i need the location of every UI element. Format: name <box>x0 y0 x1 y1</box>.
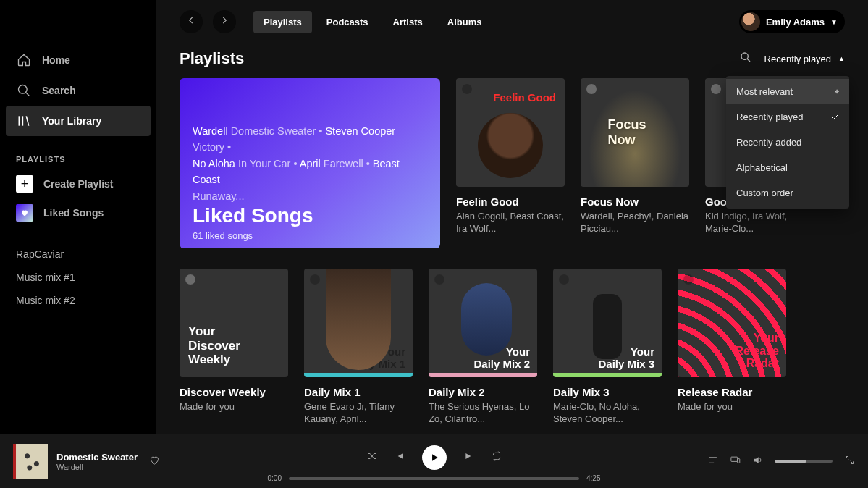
sidebar-playlist[interactable]: Music mix #1 <box>6 266 151 289</box>
volume-button[interactable] <box>752 455 763 468</box>
playlist-card-daily-mix-1[interactable]: Your Daily Mix 1 Daily Mix 1 Gene Evaro … <box>304 269 413 426</box>
sidebar-playlist[interactable]: Music mix #2 <box>6 289 151 312</box>
playlist-art: Focus Now <box>581 78 689 187</box>
user-menu[interactable]: Emily Adams ▼ <box>739 10 845 33</box>
card-title: Release Radar <box>678 386 786 398</box>
playlist-art: Your Release Radar <box>678 269 786 377</box>
search-button[interactable] <box>740 51 751 66</box>
nav-home[interactable]: Home <box>6 45 151 75</box>
sort-option-custom-order[interactable]: Custom order <box>726 180 849 206</box>
shuffle-button[interactable] <box>367 451 377 464</box>
divider <box>16 235 140 235</box>
card-title: Feelin Good <box>456 195 565 208</box>
devices-icon <box>730 455 741 466</box>
card-title: Discover Weekly <box>180 386 288 398</box>
playlist-art: Your Daily Mix 1 <box>304 269 413 377</box>
art-label: Your Discover Weekly <box>188 324 240 367</box>
tab-albums[interactable]: Albums <box>437 11 492 33</box>
spotify-icon <box>434 274 444 285</box>
now-playing-artist[interactable]: Wardell <box>56 463 138 471</box>
playlist-art: Your Discover Weekly <box>180 269 288 377</box>
playlist-card-discover-weekly[interactable]: Your Discover Weekly Discover Weekly Mad… <box>180 269 288 426</box>
liked-songs-hero[interactable]: Wardell Domestic Sweater • Steven Cooper… <box>180 78 440 248</box>
playlist-card-focus-now[interactable]: Focus Now Focus Now Wardell, Peachy!, Da… <box>581 78 689 248</box>
duration-time: 4:25 <box>586 474 600 482</box>
svg-line-1 <box>26 93 30 96</box>
next-button[interactable] <box>464 451 474 464</box>
sidebar-playlist[interactable]: RapCaviar <box>6 243 151 266</box>
stripe <box>429 373 537 377</box>
hero-title: Liked Songs <box>193 204 427 227</box>
back-button[interactable] <box>180 10 203 33</box>
card-subtitle: The Serious Hyenas, Lo Zo, Cilantro... <box>429 401 537 426</box>
card-title: Daily Mix 3 <box>553 386 662 398</box>
sort-option-label: Recently added <box>736 137 801 148</box>
playlist-card-daily-mix-3[interactable]: Your Daily Mix 3 Daily Mix 3 Marie-Clo, … <box>553 269 662 426</box>
progress-bar[interactable] <box>289 477 579 480</box>
art-label: Your Daily Mix 1 <box>349 346 405 370</box>
spotify-icon <box>559 274 569 285</box>
playlist-card-daily-mix-2[interactable]: Your Daily Mix 2 Daily Mix 2 The Serious… <box>429 269 537 426</box>
sort-option-label: Recently played <box>736 112 804 122</box>
hero-subtitle: 61 liked songs <box>193 230 427 241</box>
playlist-card-feelin-good[interactable]: Feelin Good Feelin Good Alan Gogoll, Bea… <box>456 78 565 248</box>
devices-button[interactable] <box>730 455 741 468</box>
playlist-art: Feelin Good <box>456 78 565 187</box>
create-playlist-button[interactable]: + Create Playlist <box>6 169 151 198</box>
svg-point-0 <box>19 85 28 94</box>
now-playing-art[interactable] <box>13 444 48 479</box>
sort-option-recently-added[interactable]: Recently added <box>726 130 849 155</box>
nav-label: Home <box>42 54 70 66</box>
card-subtitle: Alan Gogoll, Beast Coast, Ira Wolf... <box>456 211 565 235</box>
plus-icon: + <box>16 175 33 193</box>
now-playing-track[interactable]: Domestic Sweater <box>56 452 138 463</box>
cursor-icon: ⌖ <box>835 87 839 96</box>
repeat-button[interactable] <box>492 451 502 464</box>
svg-rect-7 <box>731 457 738 461</box>
heart-icon <box>16 204 33 222</box>
fullscreen-button[interactable] <box>844 455 855 468</box>
nav-library[interactable]: Your Library <box>6 106 151 136</box>
previous-button[interactable] <box>395 451 405 464</box>
art-label: Your Daily Mix 3 <box>598 346 654 370</box>
sort-option-most-relevant[interactable]: Most relevant ⌖ <box>726 79 849 104</box>
nav-search[interactable]: Search <box>6 75 151 106</box>
sort-label: Recently played <box>764 54 832 64</box>
sort-option-alphabetical[interactable]: Alphabetical <box>726 155 849 180</box>
volume-slider[interactable] <box>775 460 833 463</box>
caret-up-icon: ▲ <box>838 55 845 62</box>
like-button[interactable] <box>149 455 160 468</box>
sort-option-recently-played[interactable]: Recently played <box>726 104 849 130</box>
liked-songs-label: Liked Songs <box>43 207 104 219</box>
hero-tracklist: Wardell Domestic Sweater • Steven Cooper… <box>193 123 427 204</box>
expand-icon <box>844 455 855 466</box>
stripe <box>304 373 413 377</box>
tab-podcasts[interactable]: Podcasts <box>316 11 379 33</box>
liked-songs-button[interactable]: Liked Songs <box>6 198 151 227</box>
art-label: Focus Now <box>608 117 662 148</box>
user-name: Emily Adams <box>766 17 825 28</box>
player-bar: Domestic Sweater Wardell <box>0 434 868 488</box>
tab-playlists[interactable]: Playlists <box>253 11 312 33</box>
search-icon <box>740 51 751 63</box>
card-subtitle: Wardell, Peachy!, Daniela Picciau... <box>581 211 689 235</box>
playlists-section-label: PLAYLISTS <box>6 136 151 169</box>
main: Playlists Podcasts Artists Albums Emily … <box>156 0 868 434</box>
playlist-card-release-radar[interactable]: Your Release Radar Release Radar Made fo… <box>678 269 786 426</box>
forward-button[interactable] <box>213 10 236 33</box>
art-label: Your Daily Mix 2 <box>473 346 530 370</box>
chevron-right-icon <box>219 15 229 28</box>
sort-button[interactable]: Recently played ▲ <box>764 54 845 64</box>
caret-down-icon: ▼ <box>830 18 838 26</box>
svg-point-5 <box>741 53 748 59</box>
stripe <box>553 373 662 377</box>
card-subtitle: Kid Indigo, Ira Wolf, Marie-Clo... <box>705 211 814 235</box>
elapsed-time: 0:00 <box>268 474 282 482</box>
card-subtitle: Made for you <box>678 401 786 413</box>
tab-artists[interactable]: Artists <box>383 11 433 33</box>
card-subtitle: Made for you <box>180 401 288 413</box>
svg-line-6 <box>747 59 750 62</box>
queue-button[interactable] <box>707 455 718 468</box>
nav-label: Search <box>42 85 76 96</box>
play-button[interactable] <box>422 445 447 470</box>
